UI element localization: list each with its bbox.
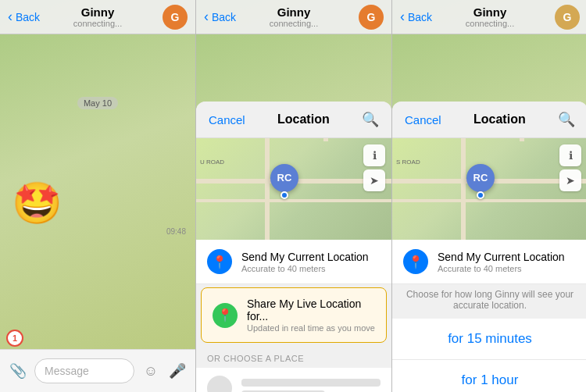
message-input[interactable]: Message	[34, 358, 134, 383]
share-live-location-item[interactable]: 📍 Share My Live Location for... Updated …	[201, 287, 387, 343]
back-label-1: Back	[16, 11, 40, 23]
current-loc-sublabel-3: Accurate to 40 meters	[438, 264, 565, 273]
message-time: 09:48	[0, 227, 195, 236]
map-info-btn-3[interactable]: ℹ	[559, 144, 581, 166]
map-pin-rc-3: RC	[466, 164, 495, 192]
duration-1hr-label: for 1 hour	[462, 372, 519, 388]
duration-sheet-header: Cancel Location 🔍	[392, 102, 586, 138]
sheet-search-icon[interactable]: 🔍	[362, 111, 379, 128]
panel-1: ‹ Back Ginny connecting... G May 10 🤩 09…	[0, 0, 195, 392]
duration-description: Choose for how long Ginny will see your …	[392, 284, 586, 319]
sheet-overlay-3: Cancel Location 🔍 S ROAD RC ℹ ➤	[392, 0, 586, 392]
sheet-title: Location	[277, 112, 330, 127]
step-1-label: 1	[13, 333, 17, 343]
map-thumbnail-2: U ROAD RC ℹ ➤	[196, 138, 391, 240]
duration-sheet-cancel[interactable]: Cancel	[405, 113, 441, 127]
step-1-circle: 1	[6, 330, 23, 347]
current-loc-label-3: Send My Current Location	[438, 251, 565, 263]
emoji-message: 🤩	[0, 117, 195, 227]
duration-15min-label: for 15 minutes	[448, 331, 532, 347]
microphone-button[interactable]: 🎤	[166, 359, 189, 383]
sheet-header: Cancel Location 🔍	[196, 102, 391, 138]
send-current-location-item[interactable]: 📍 Send My Current Location Accurate to 4…	[196, 240, 391, 284]
map-side-btns-3: ℹ ➤	[559, 144, 581, 191]
current-location-text: Send My Current Location Accurate to 40 …	[241, 251, 369, 273]
location-sheet: Cancel Location 🔍 U ROAD RC ℹ	[196, 102, 391, 392]
current-location-label: Send My Current Location	[241, 251, 369, 263]
date-bubble: May 10	[77, 97, 118, 109]
placeholder-icon-1	[207, 376, 232, 392]
back-button-1[interactable]: ‹ Back	[8, 9, 40, 25]
panel-3: ‹ Back Ginny connecting... G Cancel Loca…	[392, 0, 586, 392]
panel-2: ‹ Back Ginny connecting... G Cancel Loca…	[196, 0, 391, 392]
send-current-loc-3[interactable]: 📍 Send My Current Location Accurate to 4…	[392, 240, 586, 284]
current-loc-text-3: Send My Current Location Accurate to 40 …	[438, 251, 565, 273]
nav-subtitle-1: connecting...	[73, 19, 122, 28]
input-right-icons: ☺ 🎤	[139, 359, 189, 383]
nav-title-1: Ginny	[73, 5, 122, 19]
map-thumbnail-3: S ROAD RC ℹ ➤	[392, 138, 586, 240]
sticker-button[interactable]: ☺	[139, 359, 163, 383]
placeholder-line-1a	[241, 379, 381, 387]
road-label-3: S ROAD	[396, 159, 420, 166]
map-info-btn[interactable]: ℹ	[363, 144, 385, 166]
current-loc-icon-3: 📍	[403, 249, 428, 274]
duration-sheet: Cancel Location 🔍 S ROAD RC ℹ ➤	[392, 102, 586, 392]
input-bar-1: 📎 Message ☺ 🎤	[0, 349, 195, 392]
duration-1hr[interactable]: for 1 hour	[392, 360, 586, 392]
message-placeholder: Message	[45, 365, 89, 377]
map-side-buttons: ℹ ➤	[363, 144, 385, 191]
map-pin-rc: RC	[270, 164, 298, 192]
live-location-label: Share My Live Location for...	[247, 298, 375, 323]
or-choose-label: OR CHOOSE A PLACE	[196, 346, 391, 368]
sheet-overlay-2: Cancel Location 🔍 U ROAD RC ℹ	[196, 0, 391, 392]
duration-sheet-title: Location	[473, 112, 526, 127]
map-navigate-btn-3[interactable]: ➤	[559, 169, 581, 191]
road-label-1: U ROAD	[200, 159, 224, 166]
current-location-icon: 📍	[207, 249, 232, 274]
map-location-dot	[280, 191, 288, 199]
paperclip-button[interactable]: 📎	[6, 359, 30, 383]
sheet-cancel-btn[interactable]: Cancel	[209, 113, 245, 127]
avatar-1[interactable]: G	[163, 5, 188, 30]
current-location-sublabel: Accurate to 40 meters	[241, 264, 369, 273]
placeholder-row-1	[196, 368, 391, 392]
placeholder-lines-1	[241, 379, 381, 393]
duration-search-icon[interactable]: 🔍	[558, 111, 575, 128]
nav-bar-1: ‹ Back Ginny connecting... G	[0, 0, 195, 34]
chat-area-1: May 10 🤩 09:48	[0, 34, 195, 349]
live-location-sublabel: Updated in real time as you move	[247, 323, 375, 333]
duration-15min[interactable]: for 15 minutes	[392, 319, 586, 360]
map-navigate-btn[interactable]: ➤	[363, 169, 385, 191]
nav-center-1: Ginny connecting...	[73, 5, 122, 28]
live-location-icon: 📍	[213, 303, 238, 328]
live-location-text: Share My Live Location for... Updated in…	[247, 298, 375, 333]
back-chevron-icon: ‹	[8, 9, 13, 25]
map-dot-3	[477, 191, 484, 199]
